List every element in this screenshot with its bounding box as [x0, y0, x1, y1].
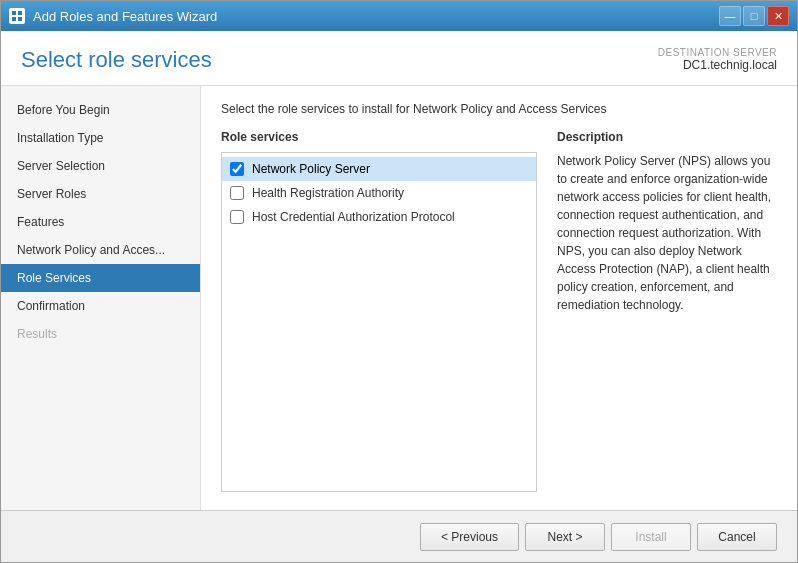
- description-header: Description: [557, 130, 777, 144]
- svg-rect-0: [12, 11, 16, 15]
- role-label-hcap: Host Credential Authorization Protocol: [252, 210, 455, 224]
- content-columns: Role services Network Policy Server Heal…: [221, 130, 777, 492]
- sidebar-item-features[interactable]: Features: [1, 208, 200, 236]
- sidebar-item-server-selection[interactable]: Server Selection: [1, 152, 200, 180]
- title-bar-left: Add Roles and Features Wizard: [9, 8, 217, 24]
- previous-button[interactable]: < Previous: [420, 523, 519, 551]
- svg-rect-3: [18, 17, 22, 21]
- app-icon: [9, 8, 25, 24]
- content-area: Select the role services to install for …: [201, 86, 797, 510]
- sidebar-item-installation-type[interactable]: Installation Type: [1, 124, 200, 152]
- page-title: Select role services: [21, 47, 212, 73]
- close-button[interactable]: ✕: [767, 6, 789, 26]
- wizard-window: Add Roles and Features Wizard — □ ✕ Sele…: [0, 0, 798, 563]
- maximize-button[interactable]: □: [743, 6, 765, 26]
- role-item-hcap[interactable]: Host Credential Authorization Protocol: [222, 205, 536, 229]
- role-item-hra[interactable]: Health Registration Authority: [222, 181, 536, 205]
- window-controls: — □ ✕: [719, 6, 789, 26]
- sidebar-item-server-roles[interactable]: Server Roles: [1, 180, 200, 208]
- role-item-nps[interactable]: Network Policy Server: [222, 157, 536, 181]
- role-checkbox-hcap[interactable]: [230, 210, 244, 224]
- footer: < Previous Next > Install Cancel: [1, 510, 797, 562]
- role-label-hra: Health Registration Authority: [252, 186, 404, 200]
- sidebar-item-results: Results: [1, 320, 200, 348]
- svg-rect-1: [18, 11, 22, 15]
- install-button: Install: [611, 523, 691, 551]
- sidebar-item-role-services[interactable]: Role Services: [1, 264, 200, 292]
- sidebar-item-before-you-begin[interactable]: Before You Begin: [1, 96, 200, 124]
- destination-server-info: DESTINATION SERVER DC1.technig.local: [658, 47, 777, 72]
- destination-label: DESTINATION SERVER: [658, 47, 777, 58]
- role-services-panel: Role services Network Policy Server Heal…: [221, 130, 537, 492]
- header-section: Select role services DESTINATION SERVER …: [1, 31, 797, 86]
- cancel-button[interactable]: Cancel: [697, 523, 777, 551]
- sidebar-item-confirmation[interactable]: Confirmation: [1, 292, 200, 320]
- sidebar: Before You Begin Installation Type Serve…: [1, 86, 201, 510]
- title-bar: Add Roles and Features Wizard — □ ✕: [1, 1, 797, 31]
- minimize-button[interactable]: —: [719, 6, 741, 26]
- content-subtitle: Select the role services to install for …: [221, 102, 777, 116]
- window-title: Add Roles and Features Wizard: [33, 9, 217, 24]
- description-panel: Description Network Policy Server (NPS) …: [557, 130, 777, 492]
- main-content: Before You Begin Installation Type Serve…: [1, 86, 797, 510]
- sidebar-item-network-policy[interactable]: Network Policy and Acces...: [1, 236, 200, 264]
- role-checkbox-hra[interactable]: [230, 186, 244, 200]
- description-text: Network Policy Server (NPS) allows you t…: [557, 152, 777, 314]
- role-services-list: Network Policy Server Health Registratio…: [221, 152, 537, 492]
- role-label-nps: Network Policy Server: [252, 162, 370, 176]
- next-button[interactable]: Next >: [525, 523, 605, 551]
- role-checkbox-nps[interactable]: [230, 162, 244, 176]
- server-name: DC1.technig.local: [658, 58, 777, 72]
- svg-rect-2: [12, 17, 16, 21]
- role-services-header: Role services: [221, 130, 537, 144]
